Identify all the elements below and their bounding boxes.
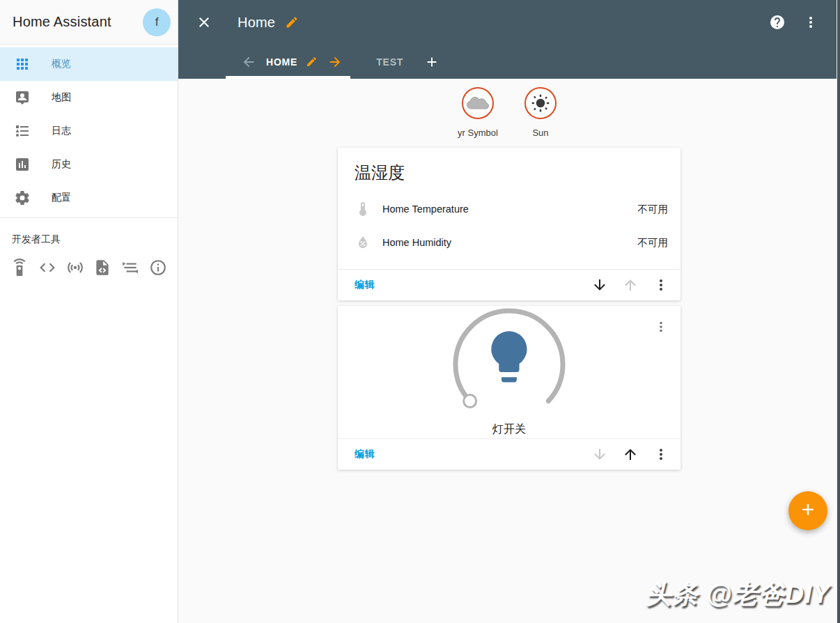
- sidebar-item-logbook[interactable]: 日志: [0, 114, 178, 148]
- sidebar-item-label: 地图: [52, 91, 71, 104]
- move-card-down-icon[interactable]: [584, 439, 615, 470]
- move-tab-right-icon[interactable]: [327, 54, 343, 70]
- file-code-icon[interactable]: [93, 259, 111, 277]
- entity-rows: Home Temperature 不可用 Home Humidity 不可用: [338, 192, 680, 269]
- badges-row: yr Symbol Sun: [178, 87, 840, 138]
- sidebar-item-overview[interactable]: 概览: [0, 47, 178, 81]
- devtools-icons: [0, 253, 178, 277]
- move-card-up-icon[interactable]: [615, 270, 646, 300]
- tab-home[interactable]: HOME: [266, 56, 297, 68]
- light-card: 灯开关: [338, 306, 680, 438]
- entity-name: Home Humidity: [382, 237, 638, 248]
- sensor-card: 温湿度 Home Temperature 不可用: [338, 148, 680, 269]
- edit-card-link[interactable]: 编辑: [355, 448, 375, 461]
- badge-label: yr Symbol: [458, 128, 498, 138]
- header-toolbar: Home: [178, 0, 840, 45]
- watermark: 头条 @老爸DIY: [646, 577, 830, 612]
- badge-yr-symbol[interactable]: yr Symbol: [452, 87, 504, 138]
- sidebar: Home Assistant f 概览 地图 日志: [0, 0, 178, 623]
- sidebar-item-label: 历史: [52, 158, 71, 171]
- sidebar-item-history[interactable]: 历史: [0, 148, 178, 181]
- card-edit-toolbar: 编辑: [338, 269, 680, 300]
- water-percent-icon: [355, 234, 371, 251]
- light-card-options-icon[interactable]: [647, 313, 675, 341]
- code-tags-icon[interactable]: [38, 259, 56, 277]
- sidebar-item-label: 概览: [52, 58, 71, 70]
- lightbulb-icon: [491, 331, 527, 382]
- badge-sun[interactable]: Sun: [515, 87, 566, 138]
- badge-circle: [524, 87, 557, 119]
- entity-row-temperature[interactable]: Home Temperature 不可用: [338, 192, 680, 226]
- card-edit-toolbar: 编辑: [338, 438, 680, 470]
- gear-icon: [14, 190, 31, 206]
- sidebar-item-config[interactable]: 配置: [0, 181, 178, 215]
- user-avatar[interactable]: f: [143, 8, 171, 36]
- move-card-up-icon[interactable]: [615, 439, 646, 470]
- info-icon[interactable]: [149, 259, 167, 277]
- sidebar-item-label: 配置: [52, 192, 71, 204]
- tab-test[interactable]: TEST: [376, 56, 403, 68]
- sidebar-item-label: 日志: [52, 125, 71, 137]
- app-header: Home HOME TEST: [178, 0, 840, 79]
- scrollbar[interactable]: [837, 0, 840, 623]
- move-card-down-icon[interactable]: [584, 270, 615, 300]
- light-entity-name: 灯开关: [338, 422, 680, 437]
- apps-grid-icon: [14, 56, 31, 72]
- mqtt-icon[interactable]: [121, 259, 139, 277]
- card-options-icon[interactable]: [646, 439, 676, 470]
- sidebar-nav: 概览 地图 日志 历史: [0, 45, 178, 215]
- devtools-label: 开发者工具: [0, 218, 178, 253]
- badge-circle: [462, 87, 494, 119]
- edit-tab-pencil-icon[interactable]: [306, 56, 318, 68]
- help-icon[interactable]: [769, 14, 786, 31]
- remote-icon[interactable]: [10, 259, 29, 277]
- card-title: 温湿度: [338, 148, 680, 192]
- cloud-icon: [465, 93, 490, 113]
- tab-bar: HOME TEST: [178, 45, 840, 79]
- plus-icon: +: [802, 498, 815, 521]
- sun-icon: [530, 93, 551, 114]
- badge-label: Sun: [532, 128, 548, 138]
- brightness-dial[interactable]: [450, 306, 568, 423]
- sidebar-item-map[interactable]: 地图: [0, 81, 178, 114]
- overflow-menu-icon[interactable]: [802, 14, 819, 31]
- entity-name: Home Temperature: [382, 203, 638, 215]
- move-tab-left-icon[interactable]: [241, 54, 256, 70]
- list-bulleted-icon: [14, 123, 31, 139]
- app-title: Home Assistant: [13, 14, 143, 30]
- home-assistant-app: Home Assistant f 概览 地图 日志: [0, 0, 840, 623]
- account-location-icon: [14, 89, 31, 106]
- sensor-card-wrapper: 温湿度 Home Temperature 不可用: [338, 148, 680, 300]
- poll-box-icon: [14, 156, 31, 173]
- add-tab-icon[interactable]: [424, 54, 440, 70]
- card-column: 温湿度 Home Temperature 不可用: [338, 148, 680, 470]
- card-options-icon[interactable]: [646, 270, 676, 300]
- avatar-initial: f: [155, 15, 159, 29]
- dashboard-view: yr Symbol Sun 温湿度: [178, 79, 840, 623]
- add-card-fab[interactable]: +: [788, 491, 827, 530]
- close-icon[interactable]: [196, 14, 212, 31]
- entity-value: 不可用: [638, 236, 670, 249]
- edit-card-link[interactable]: 编辑: [355, 279, 375, 291]
- active-tab-underline: [226, 76, 350, 79]
- entity-value: 不可用: [638, 203, 670, 216]
- edit-title-pencil-icon[interactable]: [285, 15, 299, 29]
- page-title: Home: [238, 15, 275, 31]
- light-card-wrapper: 灯开关 编辑: [338, 306, 680, 470]
- dial-handle: [464, 395, 476, 408]
- thermometer-icon: [355, 201, 371, 217]
- sidebar-header: Home Assistant f: [0, 0, 178, 45]
- entity-row-humidity[interactable]: Home Humidity 不可用: [338, 226, 680, 259]
- access-point-icon[interactable]: [66, 259, 84, 277]
